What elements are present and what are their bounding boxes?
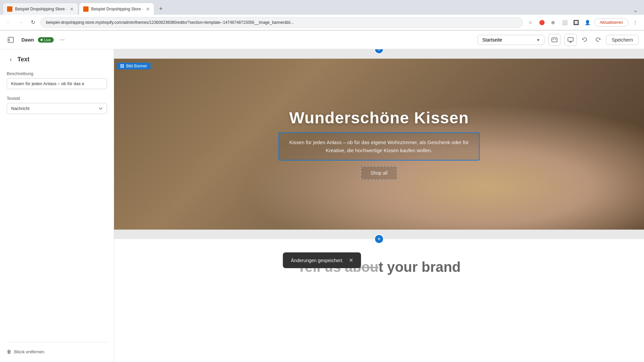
page-selector-label: Startseite [482, 37, 502, 43]
tab-2-favicon [83, 6, 89, 12]
main-content: ‹ Text Beschreibung Textstil Nachricht Ü… [0, 49, 644, 362]
sidebar-header: ‹ Text [7, 56, 107, 63]
textstil-select[interactable]: Nachricht Überschrift Untertitel [7, 103, 107, 114]
address-input[interactable] [40, 17, 523, 28]
tab-list-button[interactable]: ⌄ [631, 5, 640, 15]
below-banner-section: Tell us about your brand [114, 239, 644, 282]
preview-area: + 🖼 Bild-Banner Wunderschöne Kissen Kiss… [114, 49, 644, 362]
add-above-separator: + [114, 49, 644, 59]
banner-button-label: Shop all [371, 170, 388, 176]
tab-1-title: Beispiel Dropshipping Store · [15, 7, 67, 11]
app-toolbar: Dawn Live ··· Startseite ▾ Speichern [0, 31, 644, 49]
banner-text-box[interactable]: Kissen für jeden Anlass – ob für das eig… [278, 132, 480, 161]
tab-1-close[interactable]: ✕ [70, 6, 74, 12]
browser-actions: ☆ 🔴 ⊕ ⬜ 🔲 👤 Aktualisieren ⋮ [526, 18, 640, 27]
below-heading-rest: t your brand [378, 259, 461, 275]
tab-1[interactable]: Beispiel Dropshipping Store · ✕ [3, 3, 78, 15]
store-more-button[interactable]: ··· [58, 35, 67, 45]
bookmark-button[interactable]: ☆ [526, 18, 535, 27]
reload-button[interactable]: ↻ [28, 18, 38, 27]
toast-message: Änderungen gespeichert. [291, 258, 343, 263]
remove-block-button[interactable]: 🗑 Block entfernen [7, 348, 44, 356]
tab-2[interactable]: Beispiel Dropshipping Store · ✕ [79, 3, 154, 15]
undo-button[interactable] [579, 35, 590, 45]
store-name-label: Dawn [21, 37, 34, 43]
svg-line-2 [9, 40, 10, 41]
more-options-browser-button[interactable]: ⋮ [631, 18, 640, 27]
page-selector-chevron-icon: ▾ [537, 37, 539, 43]
sidebar-footer: 🗑 Block entfernen [7, 342, 107, 356]
add-section-below-button[interactable]: + [374, 234, 384, 244]
extension-3-button[interactable]: ⬜ [560, 18, 569, 27]
desktop-view-button[interactable] [565, 34, 577, 46]
tab-bar: Beispiel Dropshipping Store · ✕ Beispiel… [0, 0, 644, 15]
extension-1-button[interactable]: 🔴 [537, 18, 546, 27]
live-badge: Live [38, 37, 53, 43]
extension-4-button[interactable]: 🔲 [571, 18, 581, 27]
extension-2-button[interactable]: ⊕ [548, 18, 558, 27]
image-icon: 🖼 [120, 64, 124, 68]
browser-chrome: Beispiel Dropshipping Store · ✕ Beispiel… [0, 0, 644, 31]
tab-2-close[interactable]: ✕ [146, 6, 150, 12]
banner-section: 🖼 Bild-Banner Wunderschöne Kissen Kissen… [114, 59, 644, 230]
textstil-label: Textstil [7, 96, 107, 101]
back-nav-button[interactable]: ← [4, 18, 13, 27]
beschreibung-field: Beschreibung [7, 71, 107, 89]
banner-description: Kissen für jeden Anlass – ob für das eig… [287, 138, 471, 155]
svg-rect-5 [555, 39, 556, 40]
redo-button[interactable] [593, 35, 603, 45]
banner-button-box[interactable]: Shop all [361, 166, 398, 180]
svg-rect-6 [568, 38, 573, 41]
svg-line-1 [9, 39, 10, 40]
preview-mode-button[interactable] [548, 34, 560, 46]
page-selector[interactable]: Startseite ▾ [477, 35, 544, 45]
sidebar: ‹ Text Beschreibung Textstil Nachricht Ü… [0, 49, 114, 362]
banner-content: Wunderschöne Kissen Kissen für jeden Anl… [114, 59, 644, 230]
sidebar-back-button[interactable]: ‹ [7, 56, 15, 63]
sidebar-title: Text [17, 56, 30, 63]
trash-icon: 🗑 [7, 349, 11, 354]
address-bar-row: ← → ↻ ☆ 🔴 ⊕ ⬜ 🔲 👤 Aktualisieren ⋮ [0, 15, 644, 30]
below-heading: Tell us about your brand [127, 259, 631, 275]
banner-section-label: 🖼 Bild-Banner [117, 63, 151, 69]
new-tab-button[interactable]: + [156, 4, 166, 13]
tab-1-favicon [7, 6, 12, 12]
toolbar-back-button[interactable] [5, 35, 16, 45]
banner-heading: Wunderschöne Kissen [289, 109, 469, 127]
live-dot [41, 39, 43, 41]
add-below-separator: + [114, 230, 644, 239]
beschreibung-input[interactable] [7, 78, 107, 89]
textstil-field: Textstil Nachricht Überschrift Untertite… [7, 96, 107, 114]
tab-2-title: Beispiel Dropshipping Store · [91, 7, 143, 11]
toast-notification: Änderungen gespeichert. ✕ [283, 252, 361, 268]
live-badge-label: Live [44, 38, 51, 42]
aktualisieren-button[interactable]: Aktualisieren [594, 18, 629, 26]
banner-label-text: Bild-Banner [126, 64, 147, 68]
toast-close-button[interactable]: ✕ [349, 257, 353, 263]
remove-block-label: Block entfernen [14, 349, 44, 354]
profile-button[interactable]: 👤 [583, 18, 592, 27]
preview-frame: + 🖼 Bild-Banner Wunderschöne Kissen Kiss… [114, 49, 644, 362]
save-button[interactable]: Speichern [606, 35, 639, 45]
shopify-theme-editor: Dawn Live ··· Startseite ▾ Speichern [0, 31, 644, 362]
svg-rect-3 [552, 38, 557, 42]
beschreibung-label: Beschreibung [7, 71, 107, 76]
toolbar-right: Speichern [565, 34, 639, 46]
svg-rect-4 [553, 39, 554, 40]
add-section-above-button[interactable]: + [374, 49, 384, 54]
forward-nav-button[interactable]: → [16, 18, 25, 27]
